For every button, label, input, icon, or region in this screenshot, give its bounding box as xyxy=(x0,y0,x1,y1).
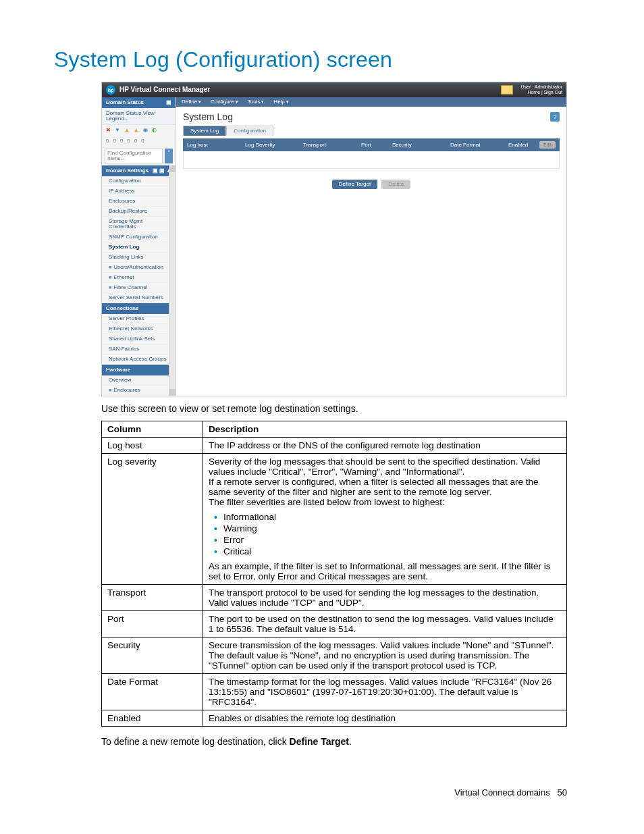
sidebar-item-shared-uplink[interactable]: Shared Uplink Sets xyxy=(102,334,176,344)
col-security[interactable]: Security xyxy=(392,142,446,148)
user-links[interactable]: Home | Sign Out xyxy=(521,90,562,95)
scroll-down-icon[interactable] xyxy=(169,389,176,396)
sidebar-item-configuration[interactable]: Configuration xyxy=(102,176,176,186)
titlebar-user: User : Administrator Home | Sign Out xyxy=(517,84,562,96)
grid-header: Log host Log Severity Transport Port Sec… xyxy=(183,138,560,151)
sidebar-item-fibre-channel[interactable]: Fibre Channel xyxy=(102,283,176,293)
list-item: Critical xyxy=(223,546,561,557)
menu-configure[interactable]: Configure xyxy=(211,99,238,105)
table-row: Security Secure transmission of the log … xyxy=(102,637,567,674)
sidebar-item-enclosures[interactable]: Enclosures xyxy=(102,197,176,207)
sidebar-item-snmp[interactable]: SNMP Configuration xyxy=(102,232,176,242)
page-footer: Virtual Connect domains 50 xyxy=(54,787,567,798)
col-log-severity[interactable]: Log Severity xyxy=(245,142,299,148)
sidebar: Domain Status ▣ Domain Status View Legen… xyxy=(102,97,176,396)
table-row: Log severity Severity of the log message… xyxy=(102,454,567,585)
hp-logo-icon: hp xyxy=(106,85,115,95)
sidebar-item-storage-credentials[interactable]: Storage Mgmt Credentials xyxy=(102,217,176,232)
sidebar-item-system-log[interactable]: System Log xyxy=(102,242,176,253)
sidebar-scrollbar[interactable] xyxy=(169,165,176,396)
sidebar-item-san-fabrics[interactable]: SAN Fabrics xyxy=(102,344,176,355)
define-post: . xyxy=(349,736,352,747)
cell-description: Enables or disables the remote log desti… xyxy=(203,710,567,727)
status-info-icon[interactable]: ▼ xyxy=(115,128,120,133)
cell-description: Severity of the log messages that should… xyxy=(203,454,567,585)
header-column: Column xyxy=(102,421,203,438)
pane-title: System Log xyxy=(183,112,233,122)
col-date-format[interactable]: Date Format xyxy=(450,142,504,148)
menu-tools[interactable]: Tools xyxy=(248,99,265,105)
tab-configuration[interactable]: Configuration xyxy=(226,126,273,136)
sidebar-connections-header[interactable]: Connections xyxy=(102,303,176,314)
edit-button[interactable]: Edit xyxy=(539,141,556,149)
cell-column: Enabled xyxy=(102,710,203,727)
table-row: Date Format The timestamp format for the… xyxy=(102,674,567,710)
table-row: Log host The IP address or the DNS of th… xyxy=(102,438,567,454)
intro-text: Use this screen to view or set remote lo… xyxy=(101,403,567,414)
app-titlebar: hp HP Virtual Connect Manager User : Adm… xyxy=(102,82,566,97)
sidebar-domain-status-sub[interactable]: Domain Status View Legend... xyxy=(102,108,176,125)
cell-column: Security xyxy=(102,637,203,674)
sidebar-domain-settings-label: Domain Settings xyxy=(106,168,149,174)
filter-go-icon[interactable]: › xyxy=(165,149,173,163)
list-item: Informational xyxy=(223,511,561,523)
sidebar-domain-status-header[interactable]: Domain Status ▣ xyxy=(102,97,176,108)
sidebar-item-ethernet[interactable]: Ethernet xyxy=(102,273,176,283)
sidebar-filter: Find Configuration Items... › xyxy=(102,147,176,165)
filter-input[interactable]: Find Configuration Items... xyxy=(105,149,163,163)
help-icon[interactable]: ? xyxy=(550,112,560,122)
sidebar-hardware-header[interactable]: Hardware xyxy=(102,365,176,375)
sidebar-item-overview[interactable]: Overview xyxy=(102,375,176,386)
count: 0 xyxy=(120,138,123,144)
table-row: Transport The transport protocol to be u… xyxy=(102,585,567,611)
severity-outro: As an example, if the filter is set to I… xyxy=(209,561,561,581)
sidebar-item-stacking-links[interactable]: Stacking Links xyxy=(102,253,176,263)
sidebar-item-users-auth[interactable]: Users/Authentication xyxy=(102,263,176,273)
count: 0 xyxy=(106,138,109,144)
cell-description: Secure transmission of the log messages.… xyxy=(203,637,567,674)
grid-body xyxy=(183,151,560,169)
scroll-up-icon[interactable] xyxy=(169,165,176,172)
define-bold: Define Target xyxy=(290,736,349,747)
delete-button[interactable]: Delete xyxy=(381,180,410,189)
status-minor-icon[interactable]: ▲ xyxy=(134,128,139,133)
col-port[interactable]: Port xyxy=(361,142,388,148)
cell-column: Date Format xyxy=(102,674,203,710)
col-enabled[interactable]: Enabled xyxy=(508,142,535,148)
define-pre: To define a new remote log destination, … xyxy=(101,736,290,747)
sidebar-item-network-access[interactable]: Network Access Groups xyxy=(102,355,176,365)
status-warning-icon[interactable]: ▲ xyxy=(124,128,130,133)
tab-system-log[interactable]: System Log xyxy=(183,126,226,136)
sidebar-item-server-profiles[interactable]: Server Profiles xyxy=(102,314,176,324)
sidebar-domain-settings-header[interactable]: Domain Settings ▣ ▣ ▲ xyxy=(102,165,176,176)
col-log-host[interactable]: Log host xyxy=(187,142,241,148)
severity-intro: Severity of the log messages that should… xyxy=(209,457,561,507)
cell-column: Log severity xyxy=(102,454,203,585)
sidebar-item-server-serial[interactable]: Server Serial Numbers xyxy=(102,293,176,303)
define-target-button[interactable]: Define Target xyxy=(332,180,377,189)
sidebar-item-backup-restore[interactable]: Backup/Restore xyxy=(102,207,176,217)
sidebar-item-ethernet-networks[interactable]: Ethernet Networks xyxy=(102,324,176,334)
sidebar-domain-status-label: Domain Status xyxy=(106,100,144,105)
cell-column: Log host xyxy=(102,438,203,454)
description-table: Column Description Log host The IP addre… xyxy=(101,421,567,727)
status-refresh-icon[interactable]: ◉ xyxy=(143,128,148,133)
footer-page: 50 xyxy=(558,787,567,798)
cell-description: The transport protocol to be used for se… xyxy=(203,585,567,611)
app-screenshot: hp HP Virtual Connect Manager User : Adm… xyxy=(101,82,567,396)
define-target-instruction: To define a new remote log destination, … xyxy=(101,736,567,747)
sidebar-item-ip-address[interactable]: IP Address xyxy=(102,186,176,197)
menu-define[interactable]: Define xyxy=(182,99,201,105)
list-item: Error xyxy=(223,534,561,546)
col-transport[interactable]: Transport xyxy=(303,142,357,148)
collapse-icon[interactable]: ▣ xyxy=(166,100,171,105)
cell-column: Transport xyxy=(102,585,203,611)
status-critical-icon[interactable]: ✖ xyxy=(106,128,111,133)
sidebar-status-icons: ✖ ▼ ▲ ▲ ◉ ◐ xyxy=(102,125,176,136)
table-row: Enabled Enables or disables the remote l… xyxy=(102,710,567,727)
table-row: Port The port to be used on the destinat… xyxy=(102,611,567,637)
menu-help[interactable]: Help xyxy=(273,99,288,105)
status-ok-icon[interactable]: ◐ xyxy=(152,128,157,133)
sidebar-item-hw-enclosures[interactable]: Enclosures xyxy=(102,386,176,396)
home-icon[interactable] xyxy=(501,85,513,95)
